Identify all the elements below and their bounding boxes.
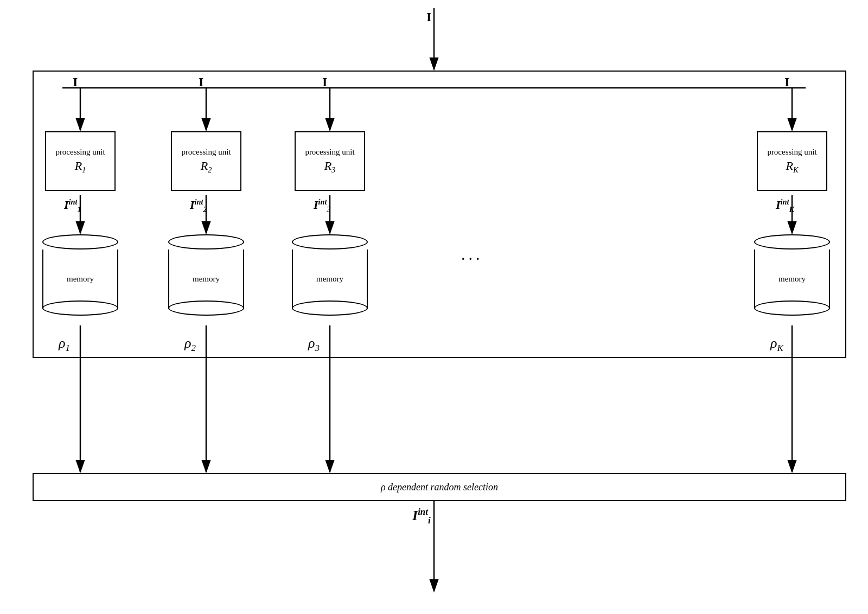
cyl-bottom-2 bbox=[168, 300, 244, 316]
proc-label-k: processing unit bbox=[767, 147, 816, 157]
input-label-3: I bbox=[322, 75, 327, 89]
processing-unit-1: processing unit R1 bbox=[45, 131, 116, 191]
proc-R-k: RK bbox=[786, 159, 799, 175]
memory-label-2: memory bbox=[193, 274, 220, 284]
dots: ··· bbox=[461, 250, 483, 268]
rho-label-k: ρK bbox=[770, 335, 783, 354]
processing-unit-k: processing unit RK bbox=[757, 131, 827, 191]
memory-3: memory bbox=[292, 234, 368, 309]
cyl-top-1 bbox=[42, 234, 118, 250]
cyl-bottom-1 bbox=[42, 300, 118, 316]
cyl-body-2: memory bbox=[168, 250, 244, 309]
output-label: Iinti bbox=[412, 507, 431, 526]
selection-box: ρ dependent random selection bbox=[33, 473, 846, 501]
proc-label-3: processing unit bbox=[305, 147, 354, 157]
processing-unit-3: processing unit R3 bbox=[295, 131, 365, 191]
top-input-label: I bbox=[426, 10, 431, 24]
proc-R-3: R3 bbox=[324, 159, 336, 175]
cyl-top-3 bbox=[292, 234, 368, 250]
int-label-3: Iint3 bbox=[314, 197, 331, 214]
cyl-body-3: memory bbox=[292, 250, 368, 309]
rho-label-2: ρ2 bbox=[184, 335, 196, 354]
cyl-bottom-3 bbox=[292, 300, 368, 316]
int-label-k: IintK bbox=[776, 197, 794, 214]
memory-2: memory bbox=[168, 234, 244, 309]
rho-label-1: ρ1 bbox=[59, 335, 70, 354]
outer-box bbox=[33, 71, 846, 358]
rho-label-3: ρ3 bbox=[308, 335, 320, 354]
processing-unit-2: processing unit R2 bbox=[171, 131, 241, 191]
int-label-1: Iint1 bbox=[64, 197, 81, 214]
proc-label-2: processing unit bbox=[181, 147, 231, 157]
memory-label-1: memory bbox=[67, 274, 94, 284]
memory-label-k: memory bbox=[778, 274, 806, 284]
proc-R-1: R1 bbox=[75, 159, 86, 175]
cyl-top-2 bbox=[168, 234, 244, 250]
memory-1: memory bbox=[42, 234, 118, 309]
diagram-container: I I I I I processing unit R1 processing … bbox=[0, 0, 868, 614]
selection-box-label: ρ dependent random selection bbox=[381, 482, 498, 493]
input-label-2: I bbox=[199, 75, 203, 89]
proc-label-1: processing unit bbox=[55, 147, 105, 157]
cyl-bottom-k bbox=[754, 300, 830, 316]
proc-R-2: R2 bbox=[201, 159, 212, 175]
cyl-body-1: memory bbox=[42, 250, 118, 309]
input-label-k: I bbox=[784, 75, 789, 89]
memory-label-3: memory bbox=[316, 274, 343, 284]
input-label-1: I bbox=[73, 75, 78, 89]
cyl-body-k: memory bbox=[754, 250, 830, 309]
memory-k: memory bbox=[754, 234, 830, 309]
cyl-top-k bbox=[754, 234, 830, 250]
int-label-2: Iint2 bbox=[190, 197, 207, 214]
